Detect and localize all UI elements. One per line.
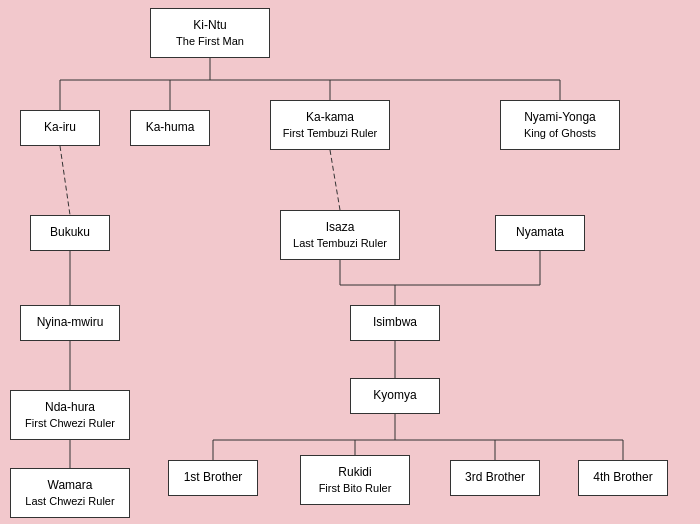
connector-lines: [0, 0, 700, 524]
node-nyamata: Nyamata: [495, 215, 585, 251]
node-isaza: Isaza Last Tembuzi Ruler: [280, 210, 400, 260]
node-wamara: Wamara Last Chwezi Ruler: [10, 468, 130, 518]
node-kyomya: Kyomya: [350, 378, 440, 414]
node-rukidi: Rukidi First Bito Ruler: [300, 455, 410, 505]
node-kakama: Ka-kama First Tembuzi Ruler: [270, 100, 390, 150]
node-brother1: 1st Brother: [168, 460, 258, 496]
node-kintu: Ki-Ntu The First Man: [150, 8, 270, 58]
node-kairu: Ka-iru: [20, 110, 100, 146]
node-bukuku: Bukuku: [30, 215, 110, 251]
chart-container: Ki-Ntu The First Man Ka-iru Ka-huma Ka-k…: [0, 0, 700, 524]
node-nyamiyonga: Nyami-Yonga King of Ghosts: [500, 100, 620, 150]
svg-line-7: [330, 150, 340, 210]
node-ndahura: Nda-hura First Chwezi Ruler: [10, 390, 130, 440]
svg-line-6: [60, 146, 70, 215]
node-nyinamwiru: Nyina-mwiru: [20, 305, 120, 341]
node-isimbwa: Isimbwa: [350, 305, 440, 341]
node-brother4: 4th Brother: [578, 460, 668, 496]
node-kahuma: Ka-huma: [130, 110, 210, 146]
node-brother3: 3rd Brother: [450, 460, 540, 496]
